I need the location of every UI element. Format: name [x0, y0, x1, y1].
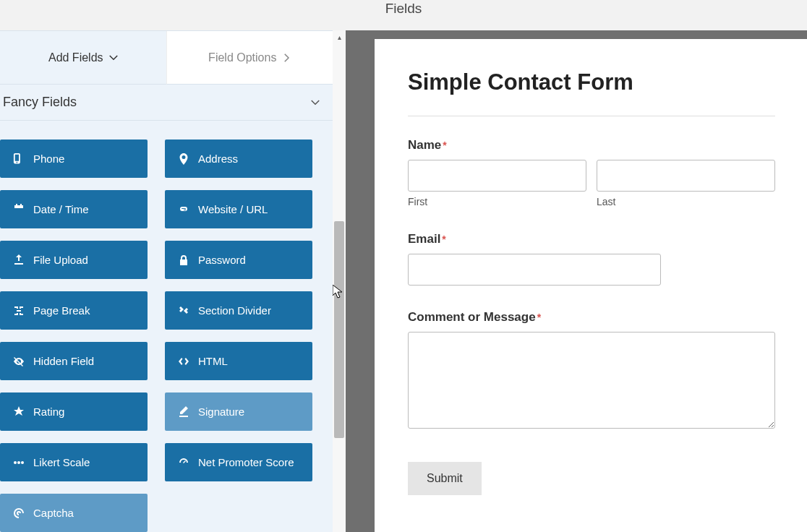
fields-grid: PhoneAddressDate / TimeWebsite / URLFile… [0, 121, 333, 532]
preview-area: Simple Contact Form Name* First Last [346, 30, 807, 532]
field-hidden-button[interactable]: Hidden Field [0, 342, 148, 380]
required-asterisk: * [537, 312, 541, 323]
first-name-input[interactable] [408, 160, 586, 192]
field-pagebreak-button[interactable]: Page Break [0, 291, 148, 330]
divider [408, 116, 775, 116]
required-asterisk: * [442, 233, 445, 245]
field-label: Hidden Field [33, 355, 94, 367]
field-signature-button[interactable]: Signature [165, 392, 312, 431]
tab-field-options[interactable]: Field Options [166, 31, 333, 85]
scrollbar[interactable]: ▴ [333, 30, 346, 532]
field-label: Page Break [33, 304, 90, 317]
field-password-button[interactable]: Password [165, 241, 312, 279]
email-label: Email* [408, 232, 775, 246]
field-upload-button[interactable]: File Upload [0, 241, 148, 279]
field-label: Website / URL [198, 203, 268, 215]
field-html-button[interactable]: HTML [165, 342, 312, 380]
required-asterisk: * [443, 140, 446, 151]
name-label: Name* [408, 138, 775, 153]
section-fancy-fields[interactable]: Fancy Fields [0, 85, 333, 121]
link-icon [178, 204, 189, 215]
tab-field-options-label: Field Options [208, 51, 276, 64]
date-icon [13, 204, 25, 215]
pagebreak-icon [13, 305, 25, 317]
field-label: Rating [33, 406, 64, 418]
form-title: Simple Contact Form [408, 69, 775, 95]
hidden-icon [13, 356, 25, 367]
scroll-thumb[interactable] [334, 221, 344, 438]
likert-icon [13, 457, 25, 468]
address-icon [178, 153, 189, 165]
section-fancy-fields-label: Fancy Fields [3, 95, 77, 110]
captcha-icon [13, 507, 25, 519]
field-address-button[interactable]: Address [165, 140, 312, 178]
email-input[interactable] [408, 254, 661, 286]
field-label: Phone [33, 153, 64, 165]
divider-icon [178, 305, 189, 317]
field-label: Section Divider [198, 304, 271, 317]
scroll-up-arrow[interactable]: ▴ [333, 30, 346, 43]
password-icon [178, 254, 189, 266]
phone-icon [13, 153, 25, 165]
panel-tabs: Add Fields Field Options [0, 31, 333, 85]
field-label: Address [198, 153, 238, 165]
chevron-right-icon [282, 53, 291, 62]
nps-icon [178, 457, 189, 468]
field-likert-button[interactable]: Likert Scale [0, 443, 148, 481]
rating-icon [13, 406, 25, 418]
first-name-sublabel: First [408, 196, 586, 207]
field-label: Signature [198, 406, 244, 418]
last-name-sublabel: Last [597, 196, 775, 207]
field-link-button[interactable]: Website / URL [165, 190, 312, 228]
html-icon [178, 356, 189, 367]
field-label: Password [198, 254, 246, 266]
comment-textarea[interactable] [408, 332, 775, 429]
left-panel: Add Fields Field Options Fancy Fields Ph… [0, 30, 333, 532]
field-captcha-button[interactable]: Captcha [0, 494, 148, 532]
preview-card[interactable]: Simple Contact Form Name* First Last [375, 39, 807, 532]
field-date-button[interactable]: Date / Time [0, 190, 148, 228]
field-label: Net Promoter Score [198, 456, 294, 468]
field-label: Captcha [33, 507, 74, 519]
chevron-down-icon [109, 53, 118, 62]
submit-button[interactable]: Submit [408, 462, 482, 495]
field-rating-button[interactable]: Rating [0, 392, 148, 431]
tab-add-fields[interactable]: Add Fields [0, 31, 166, 85]
field-phone-button[interactable]: Phone [0, 140, 148, 178]
field-divider-button[interactable]: Section Divider [165, 291, 312, 330]
field-label: Date / Time [33, 203, 89, 215]
signature-icon [178, 406, 189, 418]
field-label: Likert Scale [33, 456, 90, 468]
field-nps-button[interactable]: Net Promoter Score [165, 443, 312, 481]
topbar-title: Fields [385, 1, 422, 16]
chevron-down-icon [311, 98, 320, 107]
upload-icon [13, 254, 25, 266]
comment-label: Comment or Message* [408, 310, 775, 325]
tab-add-fields-label: Add Fields [48, 51, 103, 64]
topbar: Fields [0, 0, 807, 30]
last-name-input[interactable] [597, 160, 775, 192]
field-label: File Upload [33, 254, 88, 266]
field-label: HTML [198, 355, 228, 367]
